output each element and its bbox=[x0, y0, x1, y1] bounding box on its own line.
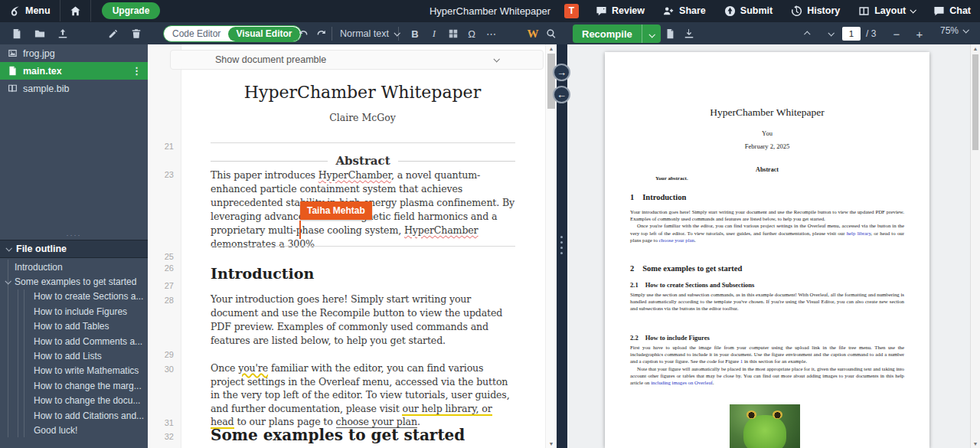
chevron-down-icon bbox=[5, 245, 11, 251]
outline-item-change-document[interactable]: How to change the docu... bbox=[0, 394, 148, 408]
scroll-down-arrow[interactable]: ▼ bbox=[971, 441, 980, 446]
divider-drag-handle[interactable] bbox=[560, 236, 563, 254]
review-button[interactable]: Review bbox=[586, 0, 654, 21]
outline-item-create-sections[interactable]: How to create Sections a... bbox=[0, 289, 148, 304]
paragraph-style-dropdown[interactable]: Normal text bbox=[335, 25, 403, 43]
layout-icon bbox=[858, 5, 870, 17]
file-name: sample.bib bbox=[23, 83, 69, 94]
visual-editor-option[interactable]: Visual Editor bbox=[228, 27, 299, 41]
zoom-level-dropdown[interactable]: 75% bbox=[940, 25, 968, 36]
line-number: 32 bbox=[165, 432, 174, 441]
insert-symbol-button[interactable]: Ω bbox=[462, 25, 481, 43]
abstract-text: This paper introduces bbox=[211, 169, 318, 181]
panel-resize-handle[interactable]: ···· bbox=[0, 231, 148, 239]
scroll-down-arrow[interactable]: ▼ bbox=[546, 441, 557, 446]
line-number: 23 bbox=[165, 170, 174, 179]
file-name: main.tex bbox=[23, 66, 62, 77]
page-number-input[interactable] bbox=[842, 27, 861, 41]
sync-to-code-button[interactable]: ← bbox=[553, 86, 570, 103]
abstract-legend: Abstract bbox=[211, 154, 515, 168]
pdf-link[interactable]: including images on Overleaf bbox=[651, 380, 713, 385]
zoom-level-value: 75% bbox=[940, 25, 959, 36]
editor-mode-toggle[interactable]: Code Editor Visual Editor bbox=[163, 25, 302, 42]
upload-button[interactable] bbox=[54, 25, 72, 43]
intro-paragraph-2[interactable]: Once you're familiar with the editor, yo… bbox=[211, 361, 515, 429]
outline-item-good-luck[interactable]: Good luck! bbox=[0, 423, 148, 437]
bold-button[interactable]: B bbox=[406, 25, 424, 43]
pdf-link[interactable]: choose your plan bbox=[659, 237, 694, 243]
tex-file-icon bbox=[8, 66, 18, 76]
editor-scrollbar-thumb[interactable] bbox=[547, 54, 555, 109]
file-sample-bib[interactable]: sample.bib bbox=[0, 80, 148, 97]
next-page-button[interactable] bbox=[822, 25, 840, 43]
chat-button[interactable]: Chat bbox=[924, 0, 980, 21]
pdf-abstract-text: Your abstract. bbox=[655, 175, 688, 181]
upgrade-button[interactable]: Upgrade bbox=[102, 2, 161, 19]
submit-button[interactable]: Submit bbox=[715, 0, 782, 21]
outline-item-add-lists[interactable]: How to add Lists bbox=[0, 348, 148, 363]
toolbar-separator bbox=[398, 27, 399, 41]
history-label: History bbox=[807, 5, 840, 16]
editor-scrollbar[interactable]: ▲ ▼ bbox=[545, 44, 557, 448]
sync-to-pdf-button[interactable]: → bbox=[553, 64, 570, 81]
insert-table-button[interactable] bbox=[444, 25, 462, 43]
intro-paragraph-1[interactable]: Your introduction goes here! Simply star… bbox=[211, 293, 515, 348]
recompile-dropdown[interactable] bbox=[642, 27, 661, 41]
layout-button[interactable]: Layout bbox=[849, 0, 924, 21]
rename-pencil-button[interactable] bbox=[104, 25, 122, 43]
writefull-icon[interactable]: W bbox=[524, 25, 542, 43]
outline-item-some-examples[interactable]: Some examples to get started bbox=[0, 274, 148, 289]
outline-item-introduction[interactable]: Introduction bbox=[0, 260, 148, 274]
visual-editor-pane[interactable]: 21 23 25 26 27 28 29 30 31 32 Show docum… bbox=[149, 44, 557, 448]
pdf-paragraph: in this section for an example. bbox=[743, 358, 807, 364]
pdf-link[interactable]: help library bbox=[847, 231, 871, 236]
recompile-button[interactable]: Recompile bbox=[573, 25, 661, 43]
file-menu-kebab[interactable]: ⋮ bbox=[132, 65, 148, 77]
chevron-down-icon bbox=[394, 30, 400, 36]
scroll-up-arrow[interactable]: ▲ bbox=[971, 46, 980, 51]
outline-item-add-tables[interactable]: How to add Tables bbox=[0, 319, 148, 334]
more-tools-button[interactable]: ⋯ bbox=[482, 25, 501, 43]
history-clock-icon bbox=[791, 5, 802, 17]
search-button[interactable] bbox=[542, 25, 560, 43]
pdf-preview-pane[interactable]: HyperChamber Whitepaper You February 2, … bbox=[567, 44, 980, 448]
pdf-scrollbar[interactable]: ▲ ▼ bbox=[970, 44, 980, 448]
section-heading-introduction: Introduction bbox=[211, 265, 314, 282]
pdf-scrollbar-thumb[interactable] bbox=[972, 54, 978, 150]
file-frog-jpg[interactable]: frog.jpg bbox=[0, 44, 148, 62]
chevron-down-icon bbox=[648, 31, 655, 38]
line-number: 28 bbox=[165, 296, 174, 305]
section-title: How to create Sections and Subsections bbox=[645, 281, 755, 289]
italic-button[interactable]: I bbox=[425, 25, 443, 43]
split-divider[interactable]: → ← bbox=[557, 44, 567, 448]
outline-item-write-mathematics[interactable]: How to write Mathematics bbox=[0, 364, 148, 378]
undo-button[interactable] bbox=[294, 25, 312, 43]
home-icon bbox=[70, 5, 81, 17]
history-button[interactable]: History bbox=[782, 0, 849, 21]
delete-trash-button[interactable] bbox=[127, 25, 145, 43]
view-logs-button[interactable] bbox=[661, 25, 679, 43]
redo-button[interactable] bbox=[312, 25, 331, 43]
outline-item-include-figures[interactable]: How to include Figures bbox=[0, 304, 148, 319]
show-preamble-bar[interactable]: Show document preamble bbox=[170, 50, 544, 70]
previous-page-button[interactable] bbox=[799, 25, 817, 43]
user-avatar[interactable]: T bbox=[564, 4, 579, 18]
outline-item-add-comments[interactable]: How to add Comments a... bbox=[0, 334, 148, 348]
home-button[interactable] bbox=[60, 0, 90, 21]
zoom-in-button[interactable]: + bbox=[910, 25, 929, 43]
line-number: 26 bbox=[165, 263, 174, 273]
new-folder-button[interactable] bbox=[31, 25, 49, 43]
new-file-button[interactable] bbox=[8, 25, 26, 43]
code-editor-option[interactable]: Code Editor bbox=[165, 28, 228, 39]
zoom-out-button[interactable]: − bbox=[887, 25, 906, 43]
pdf-author: You bbox=[605, 129, 929, 137]
download-pdf-button[interactable] bbox=[680, 25, 698, 43]
file-main-tex[interactable]: main.tex ⋮ bbox=[0, 62, 148, 80]
outline-item-change-margins[interactable]: How to change the marg... bbox=[0, 378, 148, 393]
file-outline-header[interactable]: File outline bbox=[0, 240, 148, 258]
outline-item-add-citations[interactable]: How to add Citations and... bbox=[0, 408, 148, 423]
scroll-up-arrow[interactable]: ▲ bbox=[546, 46, 557, 51]
menu-button[interactable]: Menu bbox=[0, 0, 60, 21]
share-button[interactable]: Share bbox=[654, 0, 715, 21]
outline-label: How to create Sections a... bbox=[34, 291, 143, 302]
